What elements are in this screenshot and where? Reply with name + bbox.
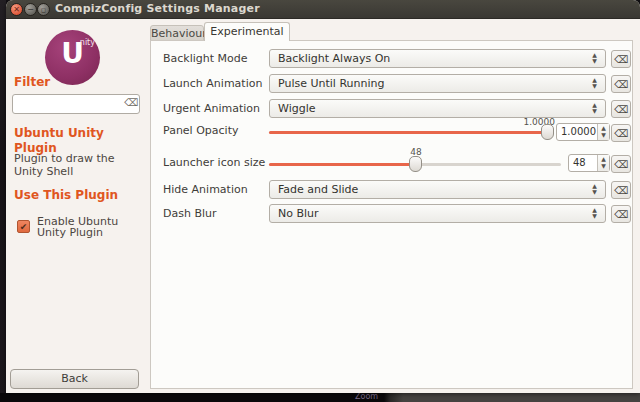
reset-button[interactable]: ⌫ [611,124,631,142]
reset-button[interactable]: ⌫ [611,75,631,93]
setting-label: Launcher icon size [163,153,265,172]
clear-icon: ⌫ [614,128,628,139]
clear-icon: ⌫ [614,54,628,65]
back-button[interactable]: Back [10,369,139,389]
slider-handle[interactable] [409,156,422,172]
slider-fill [269,131,547,134]
setting-label: Dash Blur [163,204,217,223]
clear-icon: ⌫ [614,79,628,90]
reset-button[interactable]: ⌫ [611,50,631,68]
setting-row-backlight-mode: Backlight Mode Backlight Always On ▲▼ ⌫ [151,49,634,69]
reset-button[interactable]: ⌫ [611,100,631,118]
spinner-arrows-icon[interactable]: ▲▼ [597,155,609,171]
urgent-animation-select[interactable]: Wiggle ▲▼ [269,99,606,118]
backlight-mode-select[interactable]: Backlight Always On ▲▼ [269,49,606,68]
selected-value: Wiggle [278,100,315,117]
spinbox-value: 48 [569,155,597,171]
clear-icon: ⌫ [614,104,628,115]
ccsm-window: ✕ − ◻ CompizConfig Settings Manager U ni… [6,0,640,393]
tab-experimental[interactable]: Experimental [204,22,290,41]
hide-animation-select[interactable]: Fade and Slide ▲▼ [269,180,606,199]
combo-arrows-icon: ▲▼ [590,183,599,195]
launcher-icon-size-slider[interactable] [269,163,561,166]
setting-row-urgent-animation: Urgent Animation Wiggle ▲▼ ⌫ [151,99,634,119]
enable-plugin-checkbox[interactable]: ✔ [17,220,30,233]
setting-label: Backlight Mode [163,49,248,68]
setting-label: Hide Animation [163,180,248,199]
dash-blur-select[interactable]: No Blur ▲▼ [269,204,606,223]
launcher-icon-size-spinbox[interactable]: 48 ▲▼ [568,154,610,172]
spinner-arrows-icon[interactable]: ▲▼ [597,124,609,140]
window-title: CompizConfig Settings Manager [55,0,260,18]
setting-label: Panel Opacity [163,121,238,140]
combo-arrows-icon: ▲▼ [590,207,599,219]
spinbox-value: 1.0000 [557,124,597,140]
sidebar: U nity Filter ⌫ Ubuntu Unity Plugin Plug… [6,19,146,393]
use-plugin-heading: Use This Plugin [14,188,118,203]
titlebar[interactable]: ✕ − ◻ CompizConfig Settings Manager [6,0,640,19]
selected-value: No Blur [278,205,319,222]
slider-fill [269,163,415,166]
combo-arrows-icon: ▲▼ [590,77,599,89]
launch-animation-select[interactable]: Pulse Until Running ▲▼ [269,74,606,93]
filter-clear-icon[interactable]: ⌫ [124,97,138,108]
window-body: U nity Filter ⌫ Ubuntu Unity Plugin Plug… [6,19,640,393]
screen: Zoom ✕ − ◻ CompizConfig Settings Manager… [0,0,640,402]
clear-icon: ⌫ [614,159,628,170]
settings-panel: Backlight Mode Backlight Always On ▲▼ ⌫ … [150,40,633,389]
close-button[interactable]: ✕ [10,3,23,16]
check-icon: ✔ [20,222,28,232]
selected-value: Fade and Slide [278,181,358,198]
setting-row-launcher-icon-size: Launcher icon size 48 48 ▲▼ ⌫ [151,147,634,181]
setting-label: Launch Animation [163,74,262,93]
clear-icon: ⌫ [614,209,628,220]
reset-button[interactable]: ⌫ [611,205,631,223]
reset-button[interactable]: ⌫ [611,181,631,199]
combo-arrows-icon: ▲▼ [590,52,599,64]
unity-logo-suffix: nity [80,38,95,47]
clear-icon: ⌫ [614,185,628,196]
enable-plugin-label[interactable]: Enable Ubuntu Unity Plugin [37,216,122,238]
desktop-background-text: Zoom [355,392,378,401]
slider-handle[interactable] [541,124,554,140]
selected-value: Pulse Until Running [278,75,384,92]
reset-button[interactable]: ⌫ [611,155,631,173]
unity-logo-icon: U nity [45,30,100,85]
setting-row-panel-opacity: Panel Opacity 1.0000 1.0000 ▲▼ ⌫ [151,117,634,151]
maximize-button[interactable]: ◻ [37,3,50,16]
tab-behaviour[interactable]: Behaviour [150,25,204,41]
setting-row-dash-blur: Dash Blur No Blur ▲▼ ⌫ [151,204,634,224]
panel-opacity-slider[interactable] [269,131,553,134]
setting-row-launch-animation: Launch Animation Pulse Until Running ▲▼ … [151,74,634,94]
selected-value: Backlight Always On [278,50,390,67]
desktop-background-bottom [0,393,640,402]
setting-row-hide-animation: Hide Animation Fade and Slide ▲▼ ⌫ [151,180,634,200]
setting-label: Urgent Animation [163,99,260,118]
combo-arrows-icon: ▲▼ [590,102,599,114]
filter-label: Filter [14,75,50,90]
slider-value-label: 1.0000 [269,117,555,127]
panel-opacity-spinbox[interactable]: 1.0000 ▲▼ [556,123,610,141]
plugin-description: Plugin to draw the Unity Shell [14,152,132,178]
filter-input[interactable] [12,94,140,114]
minimize-button[interactable]: − [24,3,37,16]
